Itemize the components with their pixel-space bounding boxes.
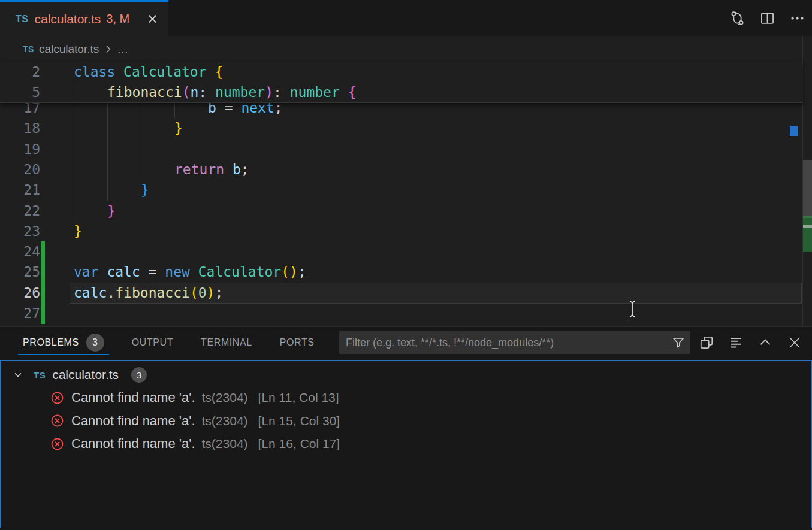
collapse-all-icon[interactable] xyxy=(727,334,745,352)
problem-source: ts(2304) xyxy=(202,414,248,428)
line-number[interactable]: 18 xyxy=(0,118,40,139)
code-line-24[interactable]: 24 xyxy=(0,241,802,262)
code-line-23[interactable]: 23} xyxy=(0,221,802,242)
panel-tab-output[interactable]: OUTPUT xyxy=(127,327,178,358)
line-number[interactable]: 22 xyxy=(0,201,40,222)
chevron-down-icon[interactable] xyxy=(12,369,24,381)
panel-tab-label: PORTS xyxy=(280,337,315,348)
panel-tab-terminal[interactable]: TERMINAL xyxy=(196,327,257,358)
sticky-scroll: 2class Calculator {5fibonacci(n: number)… xyxy=(0,62,802,103)
editor-actions xyxy=(728,0,806,36)
error-icon xyxy=(50,437,64,451)
code-line-19[interactable]: 19 xyxy=(0,139,802,160)
line-number[interactable]: 20 xyxy=(0,159,40,180)
typescript-file-icon: TS xyxy=(23,44,34,54)
problems-filter xyxy=(339,331,690,354)
maximize-panel-icon[interactable] xyxy=(756,334,774,352)
typescript-file-icon: TS xyxy=(16,14,28,25)
problems-file-name: calculator.ts xyxy=(52,368,119,382)
problem-message: Cannot find name 'a'. xyxy=(71,436,195,452)
problem-row-1[interactable]: Cannot find name 'a'. ts(2304) [Ln 11, C… xyxy=(0,386,811,409)
line-number[interactable]: 23 xyxy=(0,221,40,242)
git-added-region xyxy=(803,216,812,252)
close-panel-icon[interactable] xyxy=(786,334,804,352)
problem-location: [Ln 15, Col 30] xyxy=(258,414,340,428)
open-changes-icon[interactable] xyxy=(728,9,746,27)
code-line-20[interactable]: 20return b; xyxy=(0,159,802,180)
problems-count-badge: 3 xyxy=(86,334,104,352)
error-icon xyxy=(50,391,64,405)
problem-row-3[interactable]: Cannot find name 'a'. ts(2304) [Ln 16, C… xyxy=(0,432,811,455)
vscode-window: TS calculator.ts 3, M xyxy=(0,0,812,530)
breadcrumb: TS calculator.ts … xyxy=(0,36,812,62)
bottom-panel: PROBLEMS3OUTPUTTERMINALPORTS xyxy=(0,326,812,530)
line-number[interactable]: 19 xyxy=(0,139,40,160)
modified-marker xyxy=(790,126,798,136)
sticky-line-2[interactable]: 2class Calculator { xyxy=(0,62,802,83)
line-number: 2 xyxy=(0,62,40,83)
problems-file-row[interactable]: TS calculator.ts 3 xyxy=(0,364,811,386)
code-line-18[interactable]: 18} xyxy=(0,118,802,139)
problems-filter-input[interactable] xyxy=(339,337,671,349)
line-number[interactable]: 27 xyxy=(0,303,40,324)
chevron-right-icon xyxy=(103,44,113,54)
panel-tabs: PROBLEMS3OUTPUTTERMINALPORTS xyxy=(0,327,319,358)
panel-actions xyxy=(698,327,804,358)
breadcrumb-item-file[interactable]: calculator.ts xyxy=(39,43,99,56)
code-line-27[interactable]: 27 xyxy=(0,303,802,324)
view-as-table-icon[interactable] xyxy=(698,334,716,352)
file-problems-count-badge: 3 xyxy=(131,367,147,383)
panel-tab-label: TERMINAL xyxy=(201,337,252,348)
panel-tab-label: PROBLEMS xyxy=(23,337,79,348)
problem-message: Cannot find name 'a'. xyxy=(71,413,195,429)
panel-tab-label: OUTPUT xyxy=(132,337,173,348)
panel-tab-ports[interactable]: PORTS xyxy=(275,327,319,358)
panel-tab-problems[interactable]: PROBLEMS3 xyxy=(18,327,109,358)
tab-problems-and-git-decoration: 3, M xyxy=(106,12,129,26)
scrollbar-thumb[interactable] xyxy=(803,160,812,218)
filter-funnel-icon[interactable] xyxy=(671,335,690,350)
current-line-marker xyxy=(803,225,812,228)
problem-location: [Ln 16, Col 17] xyxy=(258,437,340,451)
tab-title: calculator.ts xyxy=(34,12,101,26)
line-number: 5 xyxy=(0,82,40,103)
problem-source: ts(2304) xyxy=(202,437,248,451)
code-line-25[interactable]: 25var calc = new Calculator(); xyxy=(0,262,802,283)
split-editor-icon[interactable] xyxy=(758,9,776,27)
problems-list: TS calculator.ts 3 Cannot find name 'a'.… xyxy=(0,360,812,528)
code-line-21[interactable]: 21} xyxy=(0,180,802,201)
text-cursor-pointer xyxy=(626,299,639,319)
sticky-line-5[interactable]: 5fibonacci(n: number): number { xyxy=(0,82,802,103)
problem-row-2[interactable]: Cannot find name 'a'. ts(2304) [Ln 15, C… xyxy=(0,410,811,432)
line-number[interactable]: 25 xyxy=(0,262,40,283)
error-icon xyxy=(50,414,64,428)
line-number[interactable]: 24 xyxy=(0,241,40,262)
problem-message: Cannot find name 'a'. xyxy=(71,390,195,405)
code-line-26[interactable]: 26calc.fibonacci(0); xyxy=(0,283,802,304)
more-actions-icon[interactable] xyxy=(788,9,806,27)
code-line-22[interactable]: 22} xyxy=(0,201,802,222)
problem-source: ts(2304) xyxy=(202,390,248,405)
tab-calculator-ts[interactable]: TS calculator.ts 3, M xyxy=(0,0,168,36)
typescript-file-icon: TS xyxy=(34,370,46,380)
line-number[interactable]: 21 xyxy=(0,180,40,201)
problem-location: [Ln 11, Col 13] xyxy=(258,390,339,405)
breadcrumb-item-symbol[interactable]: … xyxy=(117,43,128,56)
line-number[interactable]: 26 xyxy=(0,283,40,304)
tab-close-icon[interactable] xyxy=(144,11,160,27)
editor-tab-bar: TS calculator.ts 3, M xyxy=(0,0,812,36)
